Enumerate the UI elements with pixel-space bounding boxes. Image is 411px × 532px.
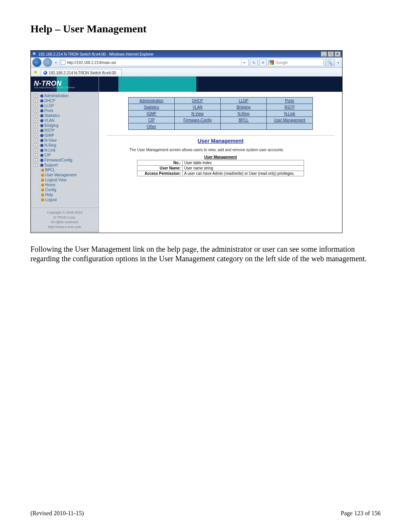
minimize-button[interactable]: _ [321,51,327,57]
help-link-cell[interactable]: CIP [129,117,175,123]
nav-item-statistics[interactable]: +·Statistics [34,113,99,118]
help-link[interactable]: N-Link [284,112,295,116]
nav-link[interactable]: RSTP [45,128,55,133]
help-link[interactable]: IGMP [147,112,156,116]
expand-icon[interactable]: + [34,99,37,102]
help-link-cell[interactable]: Bridging [221,104,267,110]
nav-link[interactable]: CIP [45,153,51,157]
nav-history-dropdown[interactable]: ▾ [54,59,58,66]
help-link-cell[interactable]: Administration [129,97,175,104]
nav-item-n-view[interactable]: +·N-View [34,138,99,143]
nav-link[interactable]: Home [45,183,56,187]
nav-item-igmp[interactable]: +·IGMP [34,133,99,138]
nav-link[interactable]: N-Link [45,148,56,152]
help-link[interactable]: Firmware-Config [183,118,212,122]
close-window-button[interactable]: ✕ [335,51,341,57]
nav-item-help[interactable]: ·Help [34,192,99,197]
help-link-cell[interactable]: N-View [175,110,221,117]
help-link[interactable]: Administration [139,99,163,103]
help-link-cell[interactable]: Other [129,123,175,130]
nav-link[interactable]: Firmware/Config [45,158,72,162]
nav-link[interactable]: DHCP [45,99,55,103]
help-link[interactable]: Statistics [144,105,159,109]
nav-link[interactable]: Administration [45,94,68,98]
nav-item-administration[interactable]: +·Administration [34,93,99,98]
expand-icon[interactable]: + [34,134,37,137]
search-box[interactable]: Google [268,59,324,66]
nav-item-dhcp[interactable]: +·DHCP [34,98,99,103]
nav-link[interactable]: Config [45,188,56,192]
expand-icon[interactable]: + [34,104,37,107]
help-link-cell[interactable]: DHCP [175,97,221,104]
help-link[interactable]: RSTP [285,105,295,109]
nav-item-n-link[interactable]: +·N-Link [34,148,99,153]
help-link-cell[interactable]: BPCL [221,117,267,123]
search-dropdown[interactable]: ▾ [336,59,341,66]
help-link[interactable]: VLAN [193,105,202,109]
nav-item-user-management[interactable]: ·User Management [34,173,99,177]
back-button[interactable]: ← [32,58,41,67]
nav-link[interactable]: Help [45,193,53,197]
nav-item-config[interactable]: ·Config [34,187,99,192]
nav-item-lldp[interactable]: +·LLDP [34,103,99,108]
expand-icon[interactable]: + [34,149,37,152]
nav-link[interactable]: N-View [45,138,57,142]
expand-icon[interactable]: + [34,153,37,157]
nav-link[interactable]: LLDP [45,104,54,108]
expand-icon[interactable]: + [34,94,37,97]
nav-item-bpcl[interactable]: ·BPCL [34,168,99,173]
nav-item-logout[interactable]: ·Logout [34,197,99,202]
search-go-button[interactable]: 🔍 [325,59,335,66]
nav-link[interactable]: Statistics [45,113,60,118]
help-link-cell[interactable]: IGMP [129,110,175,117]
nav-link[interactable]: Bridging [45,123,59,128]
help-link[interactable]: User Management [274,118,305,122]
nav-link[interactable]: Ports [45,109,53,113]
expand-icon[interactable]: + [34,163,37,167]
expand-icon[interactable]: + [34,109,37,112]
help-link-cell[interactable]: User Management [267,117,313,123]
help-link-cell[interactable]: VLAN [175,104,221,110]
forward-button[interactable]: → [43,58,52,67]
nav-link[interactable]: User Management [45,173,76,177]
help-link[interactable]: N-Ring [237,112,249,116]
user-management-title-link[interactable]: User Management [198,138,244,144]
help-link-cell[interactable]: LLDP [221,97,267,104]
address-dropdown[interactable]: ▾ [241,59,247,66]
nav-item-n-ring[interactable]: +·N-Ring [34,143,99,148]
help-link[interactable]: N-View [191,112,204,116]
nav-link[interactable]: BPCL [45,168,55,172]
nav-item-bridging[interactable]: +·Bridging [34,123,99,128]
expand-icon[interactable]: + [34,124,37,127]
nav-link[interactable]: VLAN [45,118,54,123]
help-link-cell[interactable]: RSTP [267,104,313,110]
help-link[interactable]: CIP [148,118,155,122]
nav-link[interactable]: Logout [45,198,57,202]
nav-item-ports[interactable]: +·Ports [34,108,99,113]
nav-item-logical-view[interactable]: ·Logical View [34,177,99,182]
nav-item-rstp[interactable]: +·RSTP [34,128,99,133]
nav-link[interactable]: Support [45,163,58,167]
help-link[interactable]: Ports [285,99,294,103]
nav-item-support[interactable]: +·Support [34,163,99,168]
expand-icon[interactable]: + [34,119,37,122]
help-link[interactable]: Bridging [237,105,251,109]
expand-icon[interactable]: + [34,114,37,117]
help-link[interactable]: BPCL [239,118,249,122]
maximize-button[interactable]: □ [328,51,334,57]
address-bar[interactable]: http://192.168.2.214/main.ssi ▾ [60,59,249,66]
expand-icon[interactable]: + [34,144,37,147]
help-link-cell[interactable]: N-Ring [221,110,267,117]
help-link[interactable]: Other [147,125,156,129]
nav-item-home[interactable]: ·Home [34,182,99,187]
refresh-button[interactable]: ↻ [250,59,258,66]
help-link-cell[interactable]: N-Link [267,110,313,117]
stop-button[interactable]: ✕ [259,59,267,66]
help-link[interactable]: DHCP [192,99,203,103]
browser-tab[interactable]: 192.168.2.214 N-TRON Switch fb:e4:00 [41,69,122,76]
nav-item-vlan[interactable]: +·VLAN [34,118,99,123]
nav-item-firmware-config[interactable]: +·Firmware/Config [34,158,99,163]
nav-link[interactable]: N-Ring [45,143,56,147]
nav-item-cip[interactable]: +·CIP [34,153,99,158]
help-link-cell[interactable]: Statistics [129,104,175,110]
